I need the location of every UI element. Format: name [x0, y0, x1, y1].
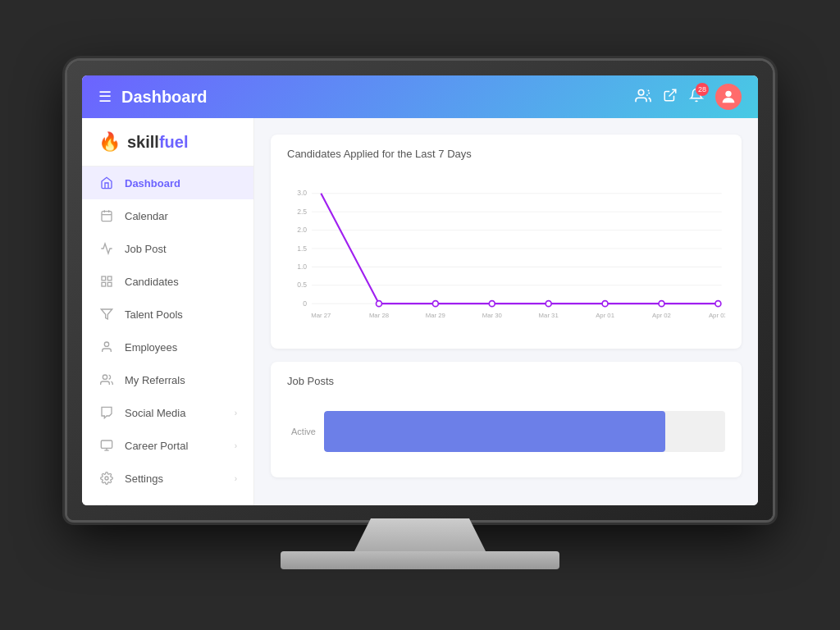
employees-icon: [98, 339, 115, 355]
sidebar-item-label: Career Portal: [125, 440, 225, 452]
job-post-icon: [98, 240, 115, 257]
svg-text:Apr 03: Apr 03: [709, 312, 725, 319]
svg-text:Mar 31: Mar 31: [539, 312, 559, 319]
sidebar-item-label: Social Media: [125, 407, 225, 419]
svg-text:2.5: 2.5: [297, 208, 307, 216]
sidebar-item-career-portal[interactable]: Career Portal ›: [82, 429, 253, 462]
svg-point-41: [377, 301, 382, 307]
home-icon: [98, 175, 115, 191]
line-chart-container: 3.0 2.5 2.0 1.5 1.0 0.5 0: [287, 171, 725, 336]
svg-text:Mar 30: Mar 30: [482, 312, 502, 319]
monitor-neck: [338, 518, 502, 551]
svg-point-42: [432, 301, 438, 307]
avatar[interactable]: [715, 84, 742, 110]
sidebar-item-label: Candidates: [125, 276, 237, 288]
svg-point-0: [638, 89, 644, 95]
sidebar-item-calendar[interactable]: Calendar: [82, 199, 253, 232]
svg-point-45: [602, 301, 608, 307]
chevron-right-icon: ›: [235, 441, 237, 450]
sidebar-item-settings[interactable]: Settings ›: [82, 462, 253, 495]
sidebar-item-label: Job Post: [125, 243, 237, 255]
chevron-right-icon: ›: [235, 474, 237, 483]
sidebar-item-label: Employees: [125, 341, 237, 354]
sidebar-item-employees[interactable]: Employees: [82, 331, 253, 363]
svg-rect-8: [107, 276, 112, 281]
candidates-icon: [98, 273, 115, 290]
svg-rect-10: [102, 282, 106, 286]
talent-pools-icon: [98, 306, 115, 322]
sidebar-item-my-referrals[interactable]: My Referrals: [82, 363, 253, 396]
main-layout: 🔥 skillfuel Dashboard: [82, 118, 758, 505]
logo-flame-icon: 🔥: [98, 131, 121, 153]
svg-point-13: [103, 375, 107, 379]
sidebar-item-candidates[interactable]: Candidates: [82, 265, 253, 298]
line-chart-title: Candidates Applied for the Last 7 Days: [287, 148, 725, 160]
export-icon[interactable]: [663, 88, 678, 107]
svg-rect-9: [107, 282, 112, 286]
svg-line-1: [669, 89, 676, 96]
svg-text:1.0: 1.0: [297, 262, 307, 271]
svg-text:3.0: 3.0: [297, 189, 307, 197]
svg-point-17: [105, 477, 108, 480]
logo-area: 🔥 skillfuel: [82, 118, 253, 167]
svg-marker-11: [101, 309, 112, 319]
content-area: Candidates Applied for the Last 7 Days 3…: [254, 118, 758, 505]
svg-rect-3: [102, 212, 112, 221]
svg-text:0: 0: [303, 299, 307, 308]
referrals-icon: [98, 372, 115, 388]
svg-text:Mar 28: Mar 28: [369, 312, 389, 319]
svg-text:0.5: 0.5: [297, 281, 307, 289]
svg-point-46: [659, 301, 664, 307]
line-chart-card: Candidates Applied for the Last 7 Days 3…: [271, 135, 742, 349]
subscriptions-icon: [98, 503, 115, 505]
line-chart-svg: 3.0 2.5 2.0 1.5 1.0 0.5 0: [287, 171, 725, 336]
svg-point-12: [104, 342, 108, 346]
bar-label-active: Active: [287, 427, 316, 436]
sidebar-item-label: My Referrals: [125, 374, 237, 386]
top-bar: ☰ Dashboard: [82, 75, 758, 118]
settings-icon: [98, 470, 115, 486]
people-icon[interactable]: [635, 88, 651, 107]
monitor-wrapper: ☰ Dashboard: [67, 61, 773, 569]
monitor-screen: ☰ Dashboard: [67, 61, 773, 520]
sidebar-item-label: Dashboard: [125, 177, 237, 189]
svg-text:Apr 01: Apr 01: [596, 312, 614, 319]
bar-chart-card: Job Posts Active: [271, 362, 742, 477]
bar-fill-active: [324, 411, 665, 452]
career-portal-icon: [98, 437, 115, 454]
sidebar-item-label: Talent Pools: [125, 308, 237, 321]
screen-inner: ☰ Dashboard: [82, 75, 758, 505]
sidebar: 🔥 skillfuel Dashboard: [82, 118, 254, 505]
top-bar-left: ☰ Dashboard: [98, 88, 207, 107]
monitor-base: [281, 551, 559, 569]
social-media-icon: [98, 404, 115, 421]
bar-chart-title: Job Posts: [287, 375, 725, 387]
sidebar-item-label: Settings: [125, 472, 225, 485]
notification-icon[interactable]: 28: [689, 88, 704, 107]
sidebar-item-social-media[interactable]: Social Media ›: [82, 396, 253, 429]
svg-text:Mar 29: Mar 29: [426, 312, 445, 319]
bar-track: [324, 411, 725, 452]
sidebar-item-label: Calendar: [125, 210, 237, 222]
sidebar-item-dashboard[interactable]: Dashboard: [82, 167, 253, 199]
svg-point-2: [725, 91, 731, 97]
calendar-icon: [98, 208, 115, 224]
svg-point-44: [546, 301, 551, 307]
notification-badge: 28: [696, 83, 709, 96]
svg-point-47: [715, 301, 721, 307]
chevron-right-icon: ›: [235, 409, 237, 418]
svg-text:Mar 27: Mar 27: [311, 312, 331, 319]
svg-rect-14: [101, 441, 112, 448]
svg-text:1.5: 1.5: [297, 244, 307, 253]
svg-point-43: [489, 301, 495, 307]
hamburger-icon[interactable]: ☰: [98, 88, 112, 106]
logo-text: skillfuel: [127, 133, 188, 152]
svg-rect-7: [102, 276, 106, 281]
svg-text:Apr 02: Apr 02: [652, 312, 671, 319]
top-bar-right: 28: [635, 84, 742, 110]
sidebar-item-job-post[interactable]: Job Post: [82, 232, 253, 265]
sidebar-item-subscriptions[interactable]: Subscriptions ›: [82, 495, 253, 505]
svg-text:2.0: 2.0: [297, 226, 307, 234]
sidebar-item-label: Subscriptions: [125, 505, 225, 506]
sidebar-item-talent-pools[interactable]: Talent Pools: [82, 298, 253, 331]
